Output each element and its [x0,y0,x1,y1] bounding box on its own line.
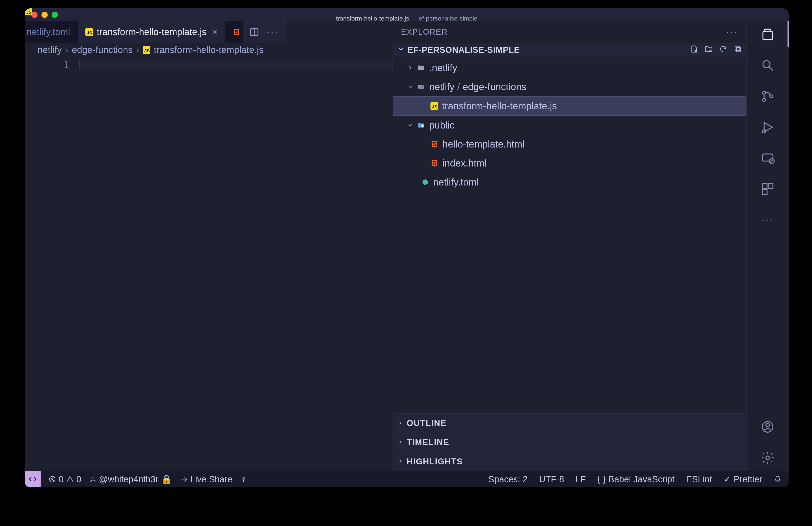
spaces-label: Spaces: 2 [488,474,527,484]
account-status[interactable]: @whitep4nth3r 🔒 [89,474,172,484]
html-file-icon [431,159,438,167]
tree-file-transform-hello-template[interactable]: JS transform-hello-template.js [393,96,746,116]
svg-point-6 [763,61,770,68]
code-editor[interactable]: 1 [25,57,393,471]
line-number: 1 [25,60,69,70]
js-file-icon: JS [85,28,93,36]
check-icon: ✓ [724,474,731,484]
svg-line-7 [769,67,773,71]
minimize-window-button[interactable] [42,12,48,18]
svg-rect-12 [762,154,773,161]
toml-file-icon [421,178,429,186]
explorer-icon[interactable] [760,27,775,42]
tree-file-index-html[interactable]: index.html [393,154,746,173]
more-actions-icon[interactable]: ··· [267,27,278,37]
language-mode-status[interactable]: { } Babel JavaScript [597,474,675,484]
settings-gear-icon[interactable] [760,451,775,465]
section-timeline[interactable]: TIMELINE [393,432,746,452]
tab-overflow[interactable] [225,21,243,43]
prettier-status[interactable]: ✓ Prettier [724,474,762,484]
svg-point-8 [763,91,766,94]
encoding-label: UTF-8 [539,474,564,484]
new-folder-icon[interactable] [705,45,713,55]
eslint-status[interactable]: ESLint [686,474,712,484]
remote-explorer-icon[interactable] [760,151,775,165]
tree-label: .netlify [429,62,457,73]
chevron-right-icon [397,438,404,447]
encoding-status[interactable]: UTF-8 [539,474,564,484]
prettier-label: Prettier [734,474,762,484]
section-highlights[interactable]: HIGHLIGHTS [393,452,746,471]
run-debug-icon[interactable] [760,120,775,134]
error-count: 0 [59,474,63,484]
window-title: JS transform-hello-template.js — ef-pers… [25,9,788,22]
breadcrumbs[interactable]: netlify › edge-functions › JS transform-… [25,43,393,57]
notifications-icon[interactable] [773,475,782,483]
tree-label: hello-template.html [443,139,524,150]
source-control-icon[interactable] [760,89,775,103]
explorer-section-header[interactable]: EF-PERSONALISE-SIMPLE [393,43,746,57]
explorer-panel: EXPLORER ··· EF-PERSONALISE-SIMPLE [393,21,746,471]
editor-content[interactable] [79,57,393,471]
live-share-status[interactable]: Live Share [180,474,232,484]
svg-point-18 [766,423,769,427]
indentation-status[interactable]: Spaces: 2 [488,474,527,484]
section-label: TIMELINE [407,438,449,447]
tree-folder-netlify-hidden[interactable]: .netlify [393,58,746,77]
lock-icon: 🔒 [161,474,172,484]
tab-transform-hello-template[interactable]: JS transform-hello-template.js × [78,21,225,43]
eslint-label: ESLint [686,474,712,484]
chevron-down-icon [407,122,413,128]
tree-file-netlify-toml[interactable]: netlify.toml [393,173,746,192]
section-label: OUTLINE [407,418,447,428]
warning-count: 0 [76,474,81,484]
tree-label: netlify / edge-functions [429,81,526,92]
accounts-icon[interactable] [760,420,775,434]
svg-point-10 [770,95,772,98]
chevron-right-icon [397,418,404,428]
tree-label: transform-hello-template.js [442,100,557,112]
chevron-right-icon [407,65,413,71]
folder-icon [417,64,425,72]
braces-icon: { } [597,474,606,484]
section-title: EF-PERSONALISE-SIMPLE [408,45,520,55]
remote-indicator[interactable] [25,471,41,487]
username: @whitep4nth3r [99,474,159,484]
svg-point-24 [243,477,245,479]
problems-status[interactable]: 0 0 [48,474,82,484]
search-icon[interactable] [760,58,775,72]
refresh-icon[interactable] [719,45,727,55]
chevron-right-icon: › [65,45,68,55]
titlebar: JS transform-hello-template.js — ef-pers… [25,9,788,21]
breadcrumb-segment[interactable]: netlify [38,45,62,55]
line-gutter: 1 [25,57,79,471]
maximize-window-button[interactable] [52,12,58,18]
breadcrumb-segment[interactable]: transform-hello-template.js [154,45,263,55]
tree-label: netlify.toml [433,177,479,188]
tab-netlify-toml[interactable]: netlify.toml [25,21,78,43]
tabs-bar: netlify.toml JS transform-hello-template… [25,21,393,43]
split-editor-icon[interactable] [249,27,259,37]
chevron-down-icon [407,84,413,90]
close-window-button[interactable] [31,12,38,18]
close-tab-icon[interactable]: × [213,27,217,37]
collapse-all-icon[interactable] [734,45,742,55]
new-file-icon[interactable] [690,45,698,55]
tree-folder-netlify-edge[interactable]: netlify / edge-functions [393,77,746,96]
eol-status[interactable]: LF [576,474,586,484]
current-line-highlight [79,59,393,70]
more-views-icon[interactable]: ··· [760,213,775,227]
panel-more-icon[interactable]: ··· [726,27,739,38]
svg-rect-3 [737,47,741,52]
breadcrumb-segment[interactable]: edge-functions [72,45,133,55]
tab-label: netlify.toml [27,27,70,37]
extensions-icon[interactable] [760,182,775,196]
tree-folder-public[interactable]: public [393,116,746,135]
html-file-icon [233,28,241,36]
status-misc-icon[interactable] [240,476,247,483]
section-outline[interactable]: OUTLINE [393,413,746,432]
chevron-right-icon [397,457,404,466]
title-filename: transform-hello-template.js [336,15,409,22]
tree-label: public [429,120,454,131]
tree-file-hello-template[interactable]: hello-template.html [393,135,746,154]
